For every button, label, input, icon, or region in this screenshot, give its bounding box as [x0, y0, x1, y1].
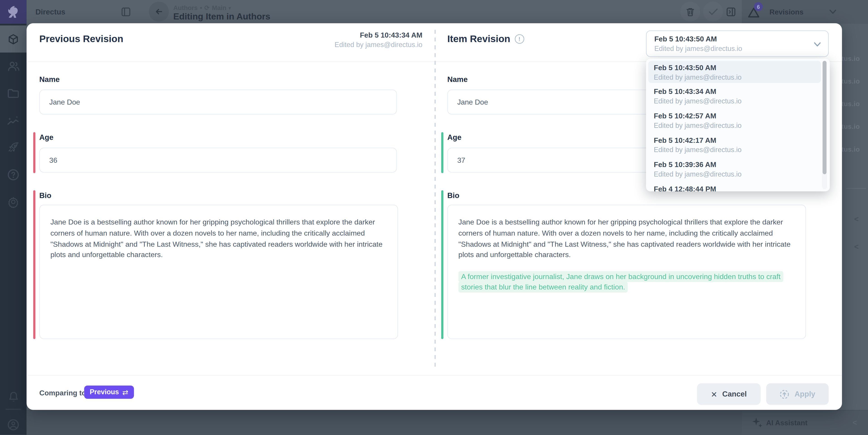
- module-content[interactable]: [0, 25, 27, 53]
- module-marketplace[interactable]: [0, 134, 27, 161]
- insights-sparkline-icon: [6, 115, 20, 126]
- previous-revision-title-text: Previous Revision: [39, 33, 123, 45]
- close-icon: ✕: [711, 390, 717, 399]
- module-settings[interactable]: [0, 188, 27, 215]
- dropdown-scrollbar-thumb[interactable]: [823, 61, 827, 174]
- previous-revision-editor: Edited by james@directus.io: [269, 40, 422, 49]
- ai-assistant-bar[interactable]: AI Assistant <: [742, 411, 868, 435]
- user-menu-button[interactable]: [0, 411, 27, 435]
- revision-option-editor: Edited by james@directus.io: [654, 97, 830, 106]
- revision-option[interactable]: Feb 5 10:43:50 AM Edited by james@direct…: [648, 61, 821, 83]
- revisions-panel-title: Revisions: [770, 8, 803, 16]
- revision-select-value: Feb 5 10:43:50 AM: [654, 35, 717, 43]
- current-bio-text: Jane Doe is a bestselling author known f…: [459, 217, 795, 261]
- breadcrumb-collection: Authors: [173, 4, 198, 11]
- revision-option[interactable]: Feb 5 10:43:34 AM Edited by james@direct…: [646, 84, 830, 108]
- revision-option-time: Feb 5 10:39:36 AM: [654, 160, 830, 169]
- previous-age-input[interactable]: 36: [39, 148, 397, 173]
- module-help[interactable]: [0, 161, 27, 188]
- revision-option-editor: Edited by james@directus.io: [654, 73, 821, 82]
- directus-logo[interactable]: [0, 0, 27, 24]
- previous-bio-textarea[interactable]: Jane Doe is a bestselling author known f…: [39, 205, 398, 339]
- ai-assistant-label: AI Assistant: [766, 419, 807, 427]
- revision-row-fragment: tus.io: [842, 77, 860, 85]
- current-age-value: 37: [457, 156, 465, 164]
- revision-row-fragment: tus.io: [842, 100, 860, 108]
- previous-bio-text: Jane Doe is a bestselling author known f…: [50, 217, 387, 261]
- field-label-bio: Bio: [39, 192, 52, 200]
- collapse-sidebar-icon[interactable]: [121, 7, 131, 17]
- caret-down-icon: ▾: [228, 5, 231, 10]
- previous-revision-title: Previous Revision: [39, 33, 123, 45]
- previous-name-input[interactable]: Jane Doe: [39, 90, 397, 114]
- field-label-name: Name: [39, 75, 60, 83]
- revision-option-editor: Edited by james@directus.io: [654, 145, 830, 155]
- version-name: Main: [212, 4, 226, 11]
- revision-row-fragment: tus.io: [842, 123, 860, 131]
- module-bar: [0, 24, 27, 435]
- page-title: Editing Item in Authors: [173, 11, 271, 22]
- field-label-name: Name: [447, 75, 468, 83]
- gear-icon: [7, 196, 20, 208]
- current-bio-textarea[interactable]: Jane Doe is a bestselling author known f…: [447, 205, 806, 339]
- change-indicator-bio: [441, 190, 443, 339]
- compare-target-button[interactable]: Previous ⇄: [84, 386, 134, 399]
- rocket-icon: [7, 141, 20, 154]
- chevron-left-icon: <: [854, 242, 859, 251]
- folder-icon: [7, 88, 20, 98]
- modal-footer: Comparing to Previous ⇄ ✕ Cancel Apply: [27, 375, 842, 410]
- swap-arrows-icon: ⇄: [122, 388, 128, 396]
- revision-option[interactable]: Feb 5 10:42:17 AM Edited by james@direct…: [646, 133, 830, 157]
- cancel-button[interactable]: ✕ Cancel: [697, 383, 761, 405]
- revision-option-time: Feb 4 12:48:44 PM: [654, 184, 830, 192]
- sidebar-divider: [5, 409, 21, 410]
- apply-button[interactable]: Apply: [766, 383, 829, 405]
- current-name-value: Jane Doe: [457, 98, 488, 106]
- revision-option-editor: Edited by james@directus.io: [654, 170, 830, 179]
- module-users[interactable]: [0, 53, 27, 80]
- bell-icon: [7, 391, 19, 403]
- content-cube-icon: [7, 33, 20, 45]
- notifications-button[interactable]: [0, 383, 27, 410]
- previous-age-value: 36: [50, 156, 57, 164]
- app-stage: Directus Authors • ⟳ Main ▾ Editing Item…: [0, 0, 868, 435]
- info-icon[interactable]: !: [515, 34, 524, 44]
- revision-option-time: Feb 5 10:42:57 AM: [654, 111, 830, 121]
- change-indicator-age: [33, 132, 36, 173]
- breadcrumb[interactable]: Authors • ⟳ Main ▾: [173, 4, 231, 11]
- previous-revision-timestamp: Feb 5 10:43:34 AM: [269, 31, 422, 40]
- chevron-down-icon: [814, 42, 821, 47]
- revisions-count-badge: 6: [754, 2, 763, 11]
- revision-option[interactable]: Feb 4 12:48:44 PM Edited by james@direct…: [646, 181, 830, 192]
- revision-select-subtitle: Edited by james@directus.io: [654, 45, 742, 53]
- expand-sidebar-icon[interactable]: [726, 7, 736, 17]
- revision-dropdown-menu: Feb 5 10:43:50 AM Edited by james@direct…: [646, 59, 830, 192]
- delete-item-button[interactable]: [680, 2, 701, 22]
- rabbit-logo-icon: [6, 5, 21, 19]
- revision-option-time: Feb 5 10:43:34 AM: [654, 87, 830, 96]
- revision-compare-modal: Previous Revision Feb 5 10:43:34 AM Edit…: [27, 23, 842, 410]
- cancel-label: Cancel: [722, 390, 747, 398]
- avatar-icon: [7, 419, 20, 431]
- apply-upload-icon: [780, 389, 789, 399]
- item-revision-title-text: Item Revision: [447, 33, 510, 45]
- chevron-down-icon[interactable]: [829, 9, 837, 14]
- panel-dashed-divider: [434, 30, 436, 368]
- bio-added-paragraph: A former investigative journalist, Jane …: [459, 271, 795, 293]
- revision-option[interactable]: Feb 5 10:39:36 AM Edited by james@direct…: [646, 157, 830, 181]
- trash-icon: [686, 7, 695, 16]
- breadcrumb-separator: •: [200, 4, 202, 11]
- revision-option-time: Feb 5 10:43:50 AM: [654, 63, 821, 73]
- item-revision-title: Item Revision !: [447, 33, 524, 45]
- revision-select[interactable]: Feb 5 10:43:50 AM Edited by james@direct…: [646, 30, 829, 57]
- back-button[interactable]: [149, 2, 169, 22]
- revision-option[interactable]: Feb 5 10:42:57 AM Edited by james@direct…: [646, 108, 830, 133]
- compare-target-label: Previous: [90, 389, 119, 396]
- module-insights[interactable]: [0, 107, 27, 134]
- previous-revision-meta: Feb 5 10:43:34 AM Edited by james@direct…: [269, 31, 422, 49]
- save-item-button[interactable]: [703, 2, 723, 22]
- dropdown-scrollbar[interactable]: [822, 61, 827, 189]
- ai-sparkle-icon: [751, 416, 764, 430]
- module-files[interactable]: [0, 80, 27, 107]
- revision-option-editor: Edited by james@directus.io: [654, 121, 830, 131]
